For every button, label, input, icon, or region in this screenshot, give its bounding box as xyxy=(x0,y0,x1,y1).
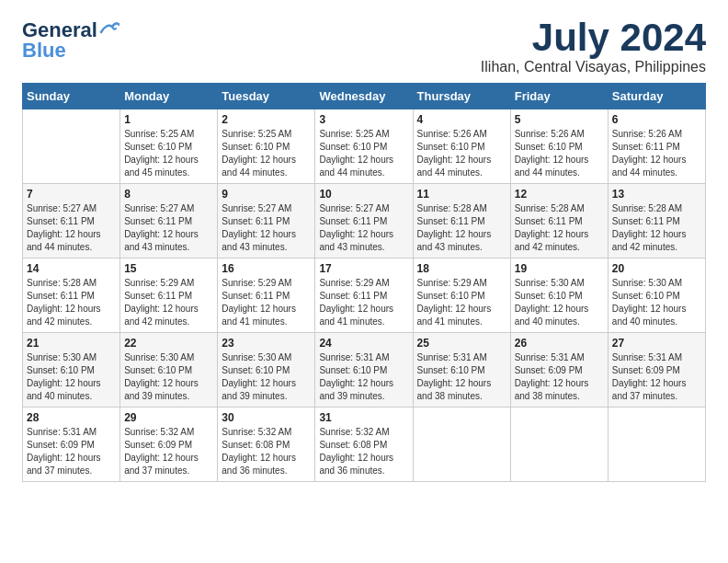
day-number: 17 xyxy=(319,262,408,275)
calendar-cell: 30Sunrise: 5:32 AM Sunset: 6:08 PM Dayli… xyxy=(218,408,315,482)
calendar-cell: 8Sunrise: 5:27 AM Sunset: 6:11 PM Daylig… xyxy=(120,184,218,259)
weekday-header-saturday: Saturday xyxy=(608,84,705,109)
day-info: Sunrise: 5:29 AM Sunset: 6:11 PM Dayligh… xyxy=(319,277,408,328)
calendar-cell: 9Sunrise: 5:27 AM Sunset: 6:11 PM Daylig… xyxy=(218,184,315,259)
day-number: 5 xyxy=(515,113,604,126)
day-info: Sunrise: 5:26 AM Sunset: 6:10 PM Dayligh… xyxy=(515,128,604,179)
day-number: 7 xyxy=(27,188,116,201)
day-info: Sunrise: 5:31 AM Sunset: 6:10 PM Dayligh… xyxy=(319,351,408,403)
weekday-header-row: SundayMondayTuesdayWednesdayThursdayFrid… xyxy=(23,84,706,109)
day-info: Sunrise: 5:28 AM Sunset: 6:11 PM Dayligh… xyxy=(417,202,506,254)
day-number: 16 xyxy=(222,262,311,275)
day-info: Sunrise: 5:25 AM Sunset: 6:10 PM Dayligh… xyxy=(124,128,213,179)
calendar-cell: 31Sunrise: 5:32 AM Sunset: 6:08 PM Dayli… xyxy=(315,408,413,482)
calendar-cell: 15Sunrise: 5:29 AM Sunset: 6:11 PM Dayli… xyxy=(120,259,218,333)
calendar-table: SundayMondayTuesdayWednesdayThursdayFrid… xyxy=(22,83,706,482)
calendar-cell: 3Sunrise: 5:25 AM Sunset: 6:10 PM Daylig… xyxy=(315,109,413,184)
day-info: Sunrise: 5:30 AM Sunset: 6:10 PM Dayligh… xyxy=(222,351,311,403)
day-info: Sunrise: 5:30 AM Sunset: 6:10 PM Dayligh… xyxy=(27,351,116,403)
calendar-cell: 17Sunrise: 5:29 AM Sunset: 6:11 PM Dayli… xyxy=(315,259,413,333)
day-number: 25 xyxy=(417,337,506,350)
calendar-cell xyxy=(510,408,608,482)
day-info: Sunrise: 5:29 AM Sunset: 6:11 PM Dayligh… xyxy=(222,277,311,328)
day-info: Sunrise: 5:29 AM Sunset: 6:11 PM Dayligh… xyxy=(124,277,213,328)
weekday-header-thursday: Thursday xyxy=(413,84,510,109)
calendar-cell xyxy=(23,109,120,184)
day-number: 9 xyxy=(222,188,311,201)
day-number: 31 xyxy=(319,411,408,424)
calendar-cell: 7Sunrise: 5:27 AM Sunset: 6:11 PM Daylig… xyxy=(23,184,120,259)
calendar-week-row: 28Sunrise: 5:31 AM Sunset: 6:09 PM Dayli… xyxy=(23,408,706,482)
calendar-cell: 14Sunrise: 5:28 AM Sunset: 6:11 PM Dayli… xyxy=(23,259,120,333)
day-info: Sunrise: 5:27 AM Sunset: 6:11 PM Dayligh… xyxy=(27,202,116,254)
calendar-week-row: 1Sunrise: 5:25 AM Sunset: 6:10 PM Daylig… xyxy=(23,109,706,184)
calendar-cell: 6Sunrise: 5:26 AM Sunset: 6:11 PM Daylig… xyxy=(608,109,705,184)
day-number: 28 xyxy=(27,411,116,424)
day-info: Sunrise: 5:25 AM Sunset: 6:10 PM Dayligh… xyxy=(319,128,408,179)
day-number: 22 xyxy=(124,337,213,350)
day-info: Sunrise: 5:26 AM Sunset: 6:10 PM Dayligh… xyxy=(417,128,506,179)
day-number: 3 xyxy=(319,113,408,126)
day-info: Sunrise: 5:27 AM Sunset: 6:11 PM Dayligh… xyxy=(319,202,408,254)
calendar-cell: 28Sunrise: 5:31 AM Sunset: 6:09 PM Dayli… xyxy=(23,408,120,482)
calendar-cell: 4Sunrise: 5:26 AM Sunset: 6:10 PM Daylig… xyxy=(413,109,510,184)
day-info: Sunrise: 5:25 AM Sunset: 6:10 PM Dayligh… xyxy=(222,128,311,179)
calendar-cell: 25Sunrise: 5:31 AM Sunset: 6:10 PM Dayli… xyxy=(413,333,510,408)
day-number: 29 xyxy=(124,411,213,424)
day-number: 19 xyxy=(515,262,604,275)
calendar-cell: 24Sunrise: 5:31 AM Sunset: 6:10 PM Dayli… xyxy=(315,333,413,408)
day-info: Sunrise: 5:31 AM Sunset: 6:09 PM Dayligh… xyxy=(27,426,116,477)
day-info: Sunrise: 5:28 AM Sunset: 6:11 PM Dayligh… xyxy=(27,277,116,328)
calendar-cell: 23Sunrise: 5:30 AM Sunset: 6:10 PM Dayli… xyxy=(218,333,315,408)
day-info: Sunrise: 5:31 AM Sunset: 6:09 PM Dayligh… xyxy=(515,351,604,403)
day-info: Sunrise: 5:31 AM Sunset: 6:10 PM Dayligh… xyxy=(417,351,506,403)
calendar-cell: 5Sunrise: 5:26 AM Sunset: 6:10 PM Daylig… xyxy=(510,109,608,184)
day-number: 23 xyxy=(222,337,311,350)
weekday-header-friday: Friday xyxy=(510,84,608,109)
location: Ilihan, Central Visayas, Philippines xyxy=(481,59,706,75)
weekday-header-sunday: Sunday xyxy=(23,84,120,109)
calendar-cell xyxy=(413,408,510,482)
day-info: Sunrise: 5:32 AM Sunset: 6:08 PM Dayligh… xyxy=(319,426,408,477)
day-info: Sunrise: 5:28 AM Sunset: 6:11 PM Dayligh… xyxy=(515,202,604,254)
calendar-cell: 22Sunrise: 5:30 AM Sunset: 6:10 PM Dayli… xyxy=(120,333,218,408)
month-title: July 2024 xyxy=(481,18,706,57)
calendar-cell: 1Sunrise: 5:25 AM Sunset: 6:10 PM Daylig… xyxy=(120,109,218,184)
calendar-cell: 11Sunrise: 5:28 AM Sunset: 6:11 PM Dayli… xyxy=(413,184,510,259)
day-number: 1 xyxy=(124,113,213,126)
day-info: Sunrise: 5:32 AM Sunset: 6:08 PM Dayligh… xyxy=(222,426,311,477)
calendar-cell: 29Sunrise: 5:32 AM Sunset: 6:09 PM Dayli… xyxy=(120,408,218,482)
logo-blue: Blue xyxy=(22,39,66,63)
day-number: 10 xyxy=(319,188,408,201)
day-number: 21 xyxy=(27,337,116,350)
calendar-cell: 26Sunrise: 5:31 AM Sunset: 6:09 PM Dayli… xyxy=(510,333,608,408)
calendar-cell xyxy=(608,408,705,482)
day-number: 4 xyxy=(417,113,506,126)
header: General Blue July 2024 Ilihan, Central V… xyxy=(22,18,706,75)
day-number: 18 xyxy=(417,262,506,275)
day-info: Sunrise: 5:30 AM Sunset: 6:10 PM Dayligh… xyxy=(612,277,701,328)
calendar-cell: 27Sunrise: 5:31 AM Sunset: 6:09 PM Dayli… xyxy=(608,333,705,408)
weekday-header-monday: Monday xyxy=(120,84,218,109)
calendar-cell: 16Sunrise: 5:29 AM Sunset: 6:11 PM Dayli… xyxy=(218,259,315,333)
day-number: 13 xyxy=(612,188,701,201)
day-info: Sunrise: 5:26 AM Sunset: 6:11 PM Dayligh… xyxy=(612,128,701,179)
day-info: Sunrise: 5:29 AM Sunset: 6:10 PM Dayligh… xyxy=(417,277,506,328)
day-number: 26 xyxy=(515,337,604,350)
day-number: 27 xyxy=(612,337,701,350)
title-block: July 2024 Ilihan, Central Visayas, Phili… xyxy=(481,18,706,75)
logo: General Blue xyxy=(22,18,119,63)
day-info: Sunrise: 5:28 AM Sunset: 6:11 PM Dayligh… xyxy=(612,202,701,254)
calendar-cell: 2Sunrise: 5:25 AM Sunset: 6:10 PM Daylig… xyxy=(218,109,315,184)
calendar-week-row: 14Sunrise: 5:28 AM Sunset: 6:11 PM Dayli… xyxy=(23,259,706,333)
calendar-cell: 21Sunrise: 5:30 AM Sunset: 6:10 PM Dayli… xyxy=(23,333,120,408)
day-number: 2 xyxy=(222,113,311,126)
calendar-cell: 18Sunrise: 5:29 AM Sunset: 6:10 PM Dayli… xyxy=(413,259,510,333)
calendar-cell: 19Sunrise: 5:30 AM Sunset: 6:10 PM Dayli… xyxy=(510,259,608,333)
weekday-header-wednesday: Wednesday xyxy=(315,84,413,109)
day-number: 6 xyxy=(612,113,701,126)
day-info: Sunrise: 5:32 AM Sunset: 6:09 PM Dayligh… xyxy=(124,426,213,477)
day-number: 30 xyxy=(222,411,311,424)
day-number: 14 xyxy=(27,262,116,275)
calendar-week-row: 7Sunrise: 5:27 AM Sunset: 6:11 PM Daylig… xyxy=(23,184,706,259)
